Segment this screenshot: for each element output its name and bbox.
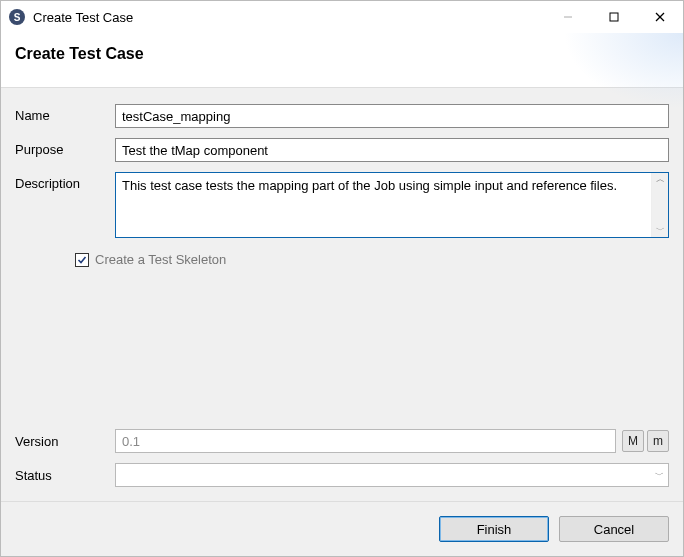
skeleton-checkbox[interactable] bbox=[75, 253, 89, 267]
skeleton-checkbox-row[interactable]: Create a Test Skeleton bbox=[75, 252, 669, 267]
description-label: Description bbox=[15, 172, 109, 191]
cancel-button[interactable]: Cancel bbox=[559, 516, 669, 542]
finish-button[interactable]: Finish bbox=[439, 516, 549, 542]
maximize-button[interactable] bbox=[591, 1, 637, 33]
version-minor-button[interactable]: m bbox=[647, 430, 669, 452]
chevron-down-icon: ﹀ bbox=[655, 469, 664, 482]
dialog-header: Create Test Case bbox=[1, 33, 683, 87]
close-button[interactable] bbox=[637, 1, 683, 33]
scroll-down-icon: ﹀ bbox=[656, 226, 665, 235]
version-label: Version bbox=[15, 434, 109, 449]
status-label: Status bbox=[15, 468, 109, 483]
description-field-wrap: This test case tests the mapping part of… bbox=[115, 172, 669, 238]
scroll-up-icon: ︿ bbox=[656, 175, 665, 184]
button-bar: Finish Cancel bbox=[1, 502, 683, 556]
purpose-label: Purpose bbox=[15, 138, 109, 157]
description-textarea[interactable]: This test case tests the mapping part of… bbox=[116, 173, 651, 237]
name-input[interactable] bbox=[115, 104, 669, 128]
version-major-button[interactable]: M bbox=[622, 430, 644, 452]
svg-rect-1 bbox=[610, 13, 618, 21]
purpose-input[interactable] bbox=[115, 138, 669, 162]
name-label: Name bbox=[15, 104, 109, 123]
minimize-button[interactable] bbox=[545, 1, 591, 33]
titlebar: S Create Test Case bbox=[1, 1, 683, 33]
skeleton-checkbox-label: Create a Test Skeleton bbox=[95, 252, 226, 267]
version-input bbox=[115, 429, 616, 453]
window-title: Create Test Case bbox=[33, 10, 133, 25]
form-area: Name Purpose Description This test case … bbox=[1, 87, 683, 502]
status-select[interactable]: ﹀ bbox=[115, 463, 669, 487]
app-icon: S bbox=[9, 9, 25, 25]
dialog-heading: Create Test Case bbox=[15, 45, 669, 63]
description-scrollbar[interactable]: ︿ ﹀ bbox=[651, 173, 668, 237]
check-icon bbox=[77, 255, 87, 265]
